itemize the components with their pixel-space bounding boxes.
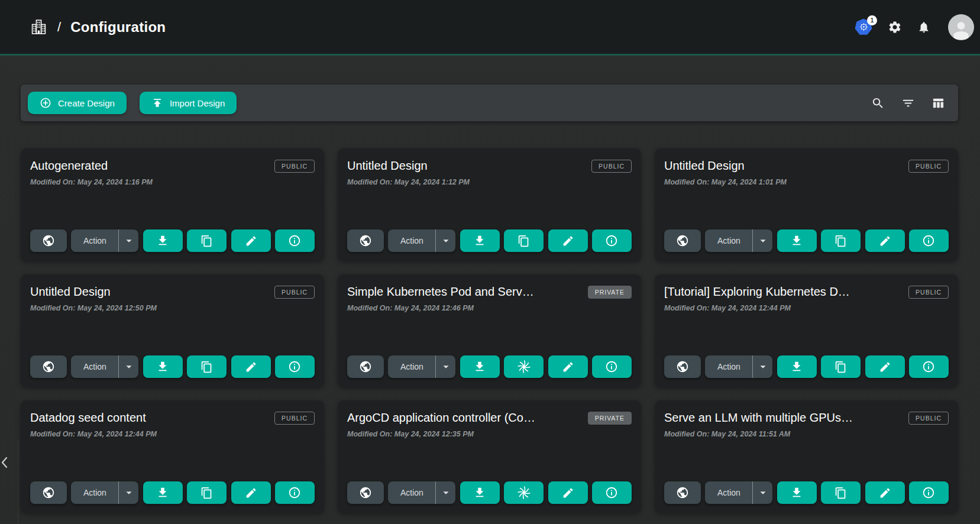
download-button[interactable]	[460, 355, 500, 378]
edit-button[interactable]	[231, 229, 271, 252]
edit-button[interactable]	[865, 229, 905, 252]
action-button[interactable]: Action	[388, 229, 435, 252]
clone-button[interactable]	[187, 481, 227, 504]
card-header: Untitled Design PUBLIC	[664, 159, 949, 173]
settings-gear-icon[interactable]	[888, 20, 902, 34]
clone-button[interactable]	[821, 229, 861, 252]
download-button[interactable]	[777, 229, 817, 252]
card-header: Datadog seed content PUBLIC	[30, 410, 315, 425]
copy-icon	[200, 361, 213, 373]
info-icon	[605, 486, 618, 499]
action-button[interactable]: Action	[71, 229, 118, 252]
toolbar-right-icons	[871, 96, 945, 110]
action-dropdown-toggle[interactable]	[118, 481, 138, 504]
download-button[interactable]	[143, 355, 183, 378]
download-icon	[473, 360, 486, 373]
clone-button[interactable]	[821, 355, 861, 378]
kubernetes-context-chip[interactable]: 1	[855, 19, 872, 35]
clone-button[interactable]	[504, 355, 544, 378]
edit-button[interactable]	[548, 229, 588, 252]
drawer-collapse-toggle[interactable]	[1, 457, 8, 471]
action-button[interactable]: Action	[388, 355, 435, 378]
info-icon	[288, 486, 301, 499]
visibility-globe-button[interactable]	[30, 229, 67, 252]
action-dropdown-toggle[interactable]	[435, 229, 455, 252]
edit-pencil-icon	[879, 361, 891, 373]
action-dropdown-toggle[interactable]	[435, 355, 455, 378]
visibility-badge: PUBLIC	[908, 412, 949, 425]
action-dropdown-toggle[interactable]	[118, 355, 138, 378]
action-button[interactable]: Action	[705, 355, 752, 378]
info-button[interactable]	[909, 355, 949, 378]
info-button[interactable]	[592, 355, 632, 378]
action-dropdown-toggle[interactable]	[118, 229, 138, 252]
info-button[interactable]	[909, 481, 949, 504]
globe-public-icon	[42, 486, 55, 499]
info-button[interactable]	[275, 355, 315, 378]
edit-button[interactable]	[548, 355, 588, 378]
download-button[interactable]	[143, 229, 183, 252]
table-columns-icon[interactable]	[932, 96, 945, 110]
download-button[interactable]	[777, 481, 817, 504]
visibility-globe-button[interactable]	[30, 355, 67, 378]
visibility-globe-button[interactable]	[347, 355, 384, 378]
edit-button[interactable]	[865, 481, 905, 504]
chevron-down-icon	[756, 234, 769, 247]
action-button[interactable]: Action	[71, 355, 118, 378]
notifications-bell-icon[interactable]	[917, 21, 930, 34]
info-icon	[605, 234, 618, 247]
chevron-down-icon	[122, 486, 135, 499]
info-button[interactable]	[909, 229, 949, 252]
organization-building-icon[interactable]	[30, 18, 48, 36]
action-dropdown-toggle[interactable]	[752, 229, 772, 252]
download-button[interactable]	[777, 355, 817, 378]
action-button[interactable]: Action	[71, 481, 118, 504]
search-icon[interactable]	[871, 96, 885, 110]
filter-list-icon[interactable]	[901, 96, 915, 110]
edit-button[interactable]	[231, 355, 271, 378]
action-split-button: Action	[705, 355, 772, 378]
action-button[interactable]: Action	[388, 481, 435, 504]
action-split-button: Action	[71, 229, 138, 252]
info-button[interactable]	[275, 229, 315, 252]
create-design-label: Create Design	[58, 98, 115, 108]
clone-button[interactable]	[504, 481, 544, 504]
action-dropdown-toggle[interactable]	[435, 481, 455, 504]
visibility-globe-button[interactable]	[347, 229, 384, 252]
visibility-globe-button[interactable]	[347, 481, 384, 504]
clone-button[interactable]	[504, 229, 544, 252]
user-avatar[interactable]	[948, 14, 974, 40]
import-design-button[interactable]: Import Design	[140, 92, 237, 114]
create-design-button[interactable]: Create Design	[28, 92, 127, 114]
visibility-globe-button[interactable]	[30, 481, 67, 504]
page-title: Configuration	[70, 19, 166, 35]
download-button[interactable]	[460, 229, 500, 252]
design-title: Serve an LLM with multiple GPUs…	[664, 410, 861, 425]
design-card: Datadog seed content PUBLIC Modified On:…	[21, 400, 324, 513]
edit-button[interactable]	[231, 481, 271, 504]
edit-button[interactable]	[865, 355, 905, 378]
info-button[interactable]	[592, 229, 632, 252]
modified-date: Modified On: May 24, 2024 12:46 PM	[347, 304, 632, 312]
chevron-down-icon	[439, 234, 452, 247]
action-dropdown-toggle[interactable]	[752, 355, 772, 378]
clone-button[interactable]	[187, 355, 227, 378]
action-button[interactable]: Action	[705, 229, 752, 252]
edit-pencil-icon	[879, 487, 891, 499]
card-actions: Action	[30, 355, 315, 378]
clone-button[interactable]	[187, 229, 227, 252]
edit-button[interactable]	[548, 481, 588, 504]
info-button[interactable]	[592, 481, 632, 504]
action-split-button: Action	[71, 355, 138, 378]
visibility-globe-button[interactable]	[664, 355, 701, 378]
info-button[interactable]	[275, 481, 315, 504]
app-header: / Configuration 1	[0, 0, 980, 56]
clone-button[interactable]	[821, 481, 861, 504]
visibility-globe-button[interactable]	[664, 481, 701, 504]
designs-toolbar: Create Design Import Design	[21, 85, 958, 121]
action-button[interactable]: Action	[705, 481, 752, 504]
visibility-globe-button[interactable]	[664, 229, 701, 252]
download-button[interactable]	[460, 481, 500, 504]
download-button[interactable]	[143, 481, 183, 504]
action-dropdown-toggle[interactable]	[752, 481, 772, 504]
